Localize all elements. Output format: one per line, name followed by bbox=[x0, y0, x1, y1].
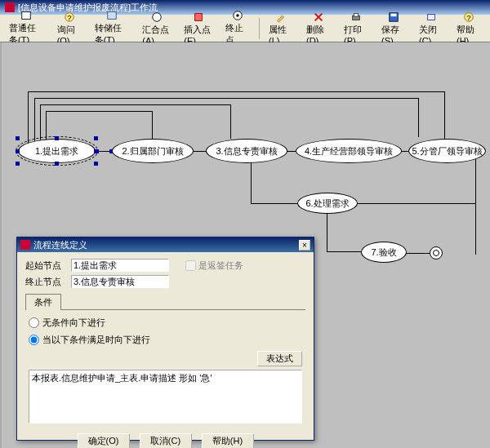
svg-text:?: ? bbox=[67, 12, 71, 21]
end-node-label: 终止节点 bbox=[25, 276, 66, 288]
return-sign-check[interactable]: 是返签任务 bbox=[185, 259, 243, 272]
svg-point-4 bbox=[153, 12, 162, 21]
node-4[interactable]: 4.生产经营部领导审核 bbox=[296, 139, 402, 163]
connector bbox=[418, 98, 419, 137]
svg-rect-3 bbox=[108, 12, 117, 20]
end-node-input[interactable] bbox=[71, 275, 169, 288]
node-3[interactable]: 3.信息专责审核 bbox=[206, 139, 287, 163]
connector bbox=[444, 91, 445, 143]
toolbar-separator bbox=[259, 18, 260, 39]
connector bbox=[230, 104, 231, 139]
svg-rect-9 bbox=[354, 13, 358, 16]
expression-button[interactable]: 表达式 bbox=[257, 351, 302, 366]
connector bbox=[34, 98, 35, 145]
start-node-input[interactable] bbox=[71, 259, 169, 272]
radio-unconditional-input[interactable] bbox=[29, 317, 39, 328]
connector bbox=[327, 212, 327, 251]
help-icon: ? bbox=[463, 11, 474, 23]
transfer-icon bbox=[106, 10, 118, 21]
selection-handle[interactable] bbox=[16, 162, 20, 166]
selection-handle[interactable] bbox=[55, 162, 59, 166]
dialog-body: 起始节点 是返签任务 终止节点 条件 无条件向下进行 当以下条件满足时向下进行 … bbox=[17, 252, 314, 448]
expression-textarea[interactable]: 本报表.信息维护申请_主表.申请描述 形如 '急' bbox=[29, 370, 302, 424]
save-icon bbox=[388, 11, 399, 23]
node-7[interactable]: 7.验收 bbox=[361, 242, 407, 263]
selection-handle[interactable] bbox=[94, 149, 98, 153]
dialog-buttons: 确定(O) 取消(C) 帮助(H) bbox=[25, 433, 305, 448]
connector bbox=[40, 104, 230, 105]
delete-icon bbox=[313, 11, 324, 23]
connector bbox=[341, 203, 475, 204]
main-toolbar: 普通任务(T) ?询问(Q) 转储任务(T) 汇合点(A) 插入点(E) 终止点… bbox=[0, 15, 490, 42]
print-icon bbox=[350, 11, 362, 23]
connector bbox=[46, 111, 152, 112]
connector bbox=[28, 91, 29, 149]
connector bbox=[46, 111, 47, 142]
svg-rect-5 bbox=[194, 13, 202, 20]
radio-unconditional[interactable]: 无条件向下进行 bbox=[29, 317, 302, 329]
node-6[interactable]: 6.处理需求 bbox=[297, 193, 358, 214]
connector bbox=[34, 98, 418, 99]
svg-rect-11 bbox=[390, 13, 396, 16]
svg-point-7 bbox=[237, 14, 240, 17]
selection-handle[interactable] bbox=[55, 136, 59, 140]
end-node-inner bbox=[433, 250, 439, 256]
connector bbox=[251, 161, 252, 203]
connector-definition-dialog: 流程连线定义 × 起始节点 是返签任务 终止节点 条件 无条件向下进行 当以下条… bbox=[16, 237, 314, 441]
properties-icon bbox=[275, 11, 287, 23]
radio-conditional-input[interactable] bbox=[29, 335, 39, 345]
start-node-label: 起始节点 bbox=[25, 259, 66, 272]
selection-handle[interactable] bbox=[16, 149, 20, 153]
condition-panel: 无条件向下进行 当以下条件满足时向下进行 表达式 本报表.信息维护申请_主表.申… bbox=[25, 310, 305, 427]
selection-handle[interactable] bbox=[94, 162, 98, 166]
connector bbox=[40, 104, 41, 143]
node-5[interactable]: 5.分管厂领导审核 bbox=[408, 139, 486, 163]
node-2[interactable]: 2.归属部门审核 bbox=[112, 139, 194, 163]
selection-handle[interactable] bbox=[94, 136, 98, 140]
ok-button[interactable]: 确定(O) bbox=[78, 433, 130, 448]
connector bbox=[404, 253, 430, 254]
node-1[interactable]: 1.提出需求 bbox=[18, 139, 96, 163]
question-icon: ? bbox=[64, 11, 75, 23]
dialog-titlebar[interactable]: 流程连线定义 × bbox=[17, 237, 314, 252]
dialog-title: 流程连线定义 bbox=[33, 239, 87, 251]
return-sign-checkbox[interactable] bbox=[185, 260, 196, 271]
cancel-button[interactable]: 取消(C) bbox=[140, 433, 192, 448]
connector bbox=[152, 111, 153, 139]
dialog-close-button[interactable]: × bbox=[299, 240, 310, 251]
help-button[interactable]: 帮助(H) bbox=[202, 433, 254, 448]
connector bbox=[475, 155, 476, 255]
tab-condition[interactable]: 条件 bbox=[25, 294, 61, 310]
end-icon bbox=[232, 10, 243, 21]
svg-text:?: ? bbox=[466, 12, 470, 21]
dialog-tabstrip: 条件 bbox=[25, 293, 305, 310]
task-icon bbox=[20, 10, 32, 21]
selection-handle[interactable] bbox=[16, 136, 20, 140]
connector bbox=[28, 91, 444, 92]
radio-conditional[interactable]: 当以下条件满足时向下进行 bbox=[29, 334, 302, 346]
svg-rect-0 bbox=[22, 12, 31, 20]
dialog-icon bbox=[20, 240, 30, 250]
svg-rect-12 bbox=[428, 14, 435, 20]
close-icon bbox=[425, 11, 437, 23]
connector bbox=[327, 251, 363, 252]
merge-icon bbox=[151, 11, 163, 23]
insert-icon bbox=[193, 11, 204, 23]
